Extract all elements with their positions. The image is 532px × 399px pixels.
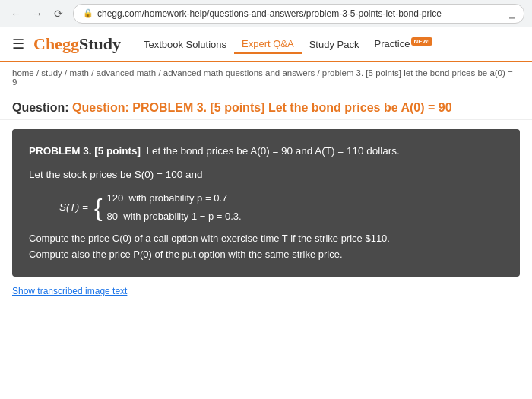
compute-1: Compute the price C(0) of a call option … bbox=[29, 231, 503, 247]
study-brand-text: Study bbox=[79, 34, 121, 54]
breadcrumb-text: home / study / math / advanced math / ad… bbox=[12, 68, 513, 87]
formula-label: S(T) = bbox=[59, 199, 88, 217]
formula-case-2: 80 with probability 1 − p = 0.3. bbox=[107, 208, 242, 225]
compute-text: Compute the price C(0) of a call option … bbox=[29, 231, 503, 263]
problem-intro-text: PROBLEM 3. [5 points] Let the bond price… bbox=[29, 143, 503, 160]
header-nav: Textbook Solutions Expert Q&A Study Pack… bbox=[136, 35, 440, 54]
nav-study-pack[interactable]: Study Pack bbox=[302, 36, 367, 53]
chegg-logo: Chegg Study bbox=[33, 34, 121, 54]
nav-practice[interactable]: PracticeNEW! bbox=[366, 35, 439, 52]
reload-button[interactable]: ⟳ bbox=[50, 5, 67, 22]
formula-line: S(T) = { 120 with probability p = 0.7 80… bbox=[59, 190, 503, 225]
browser-bar: ← → ⟳ 🔒 chegg.com/homework-help/question… bbox=[0, 0, 532, 27]
chegg-header: ☰ Chegg Study Textbook Solutions Expert … bbox=[0, 27, 532, 62]
compute-2: Compute also the price P(0) of the put o… bbox=[29, 247, 503, 263]
address-bar[interactable]: 🔒 chegg.com/homework-help/questions-and-… bbox=[73, 4, 524, 24]
breadcrumb: home / study / math / advanced math / ad… bbox=[0, 62, 532, 93]
lock-icon: 🔒 bbox=[83, 8, 93, 18]
chegg-brand-text: Chegg bbox=[33, 34, 79, 54]
stock-intro: Let the stock prices be S(0) = 100 and bbox=[29, 166, 503, 184]
formula-case-1: 120 with probability p = 0.7 bbox=[107, 190, 242, 207]
browser-nav-icons: ← → ⟳ bbox=[8, 5, 67, 22]
formula-cases: 120 with probability p = 0.7 80 with pro… bbox=[107, 190, 242, 225]
content-area: PROBLEM 3. [5 points] Let the bond price… bbox=[0, 120, 532, 307]
url-text: chegg.com/homework-help/questions-and-an… bbox=[97, 8, 442, 19]
nav-textbook-solutions[interactable]: Textbook Solutions bbox=[136, 36, 234, 53]
extensions-icon: ⎯ bbox=[509, 8, 515, 19]
back-button[interactable]: ← bbox=[8, 5, 24, 22]
nav-expert-qa[interactable]: Expert Q&A bbox=[234, 35, 302, 54]
show-transcribed-link[interactable]: Show transcribed image text bbox=[12, 284, 520, 298]
hamburger-icon[interactable]: ☰ bbox=[12, 36, 24, 52]
forward-button[interactable]: → bbox=[29, 5, 46, 22]
brace-symbol: { bbox=[94, 195, 103, 220]
question-label: Question: bbox=[12, 101, 72, 114]
nav-practice-label: Practice bbox=[374, 39, 410, 50]
problem-description: Let the bond prices be A(0) = 90 and A(T… bbox=[147, 145, 400, 157]
problem-box: PROBLEM 3. [5 points] Let the bond price… bbox=[12, 129, 520, 277]
question-title: Question: Question: PROBLEM 3. [5 points… bbox=[0, 93, 532, 120]
question-text: Question: PROBLEM 3. [5 points] Let the … bbox=[72, 101, 451, 114]
new-badge: NEW! bbox=[411, 37, 432, 46]
problem-bold: PROBLEM 3. [5 points] bbox=[29, 145, 141, 157]
